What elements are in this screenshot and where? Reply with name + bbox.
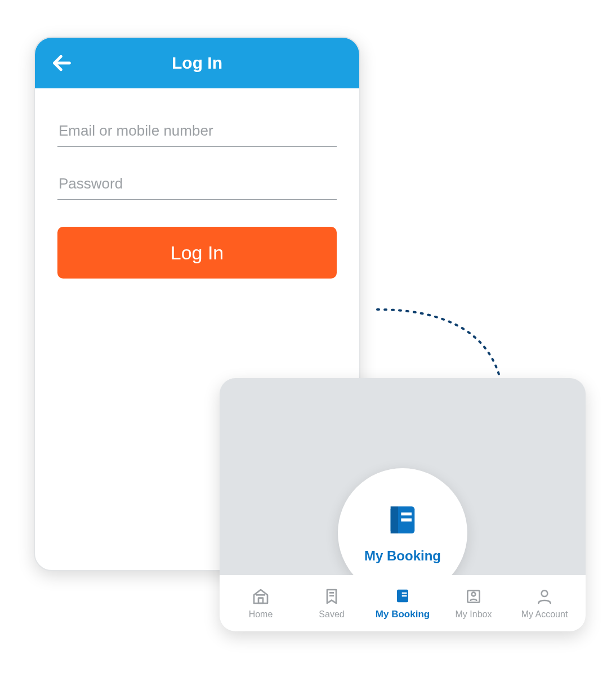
svg-rect-3 [391,506,398,533]
nav-label: My Inbox [456,609,492,620]
back-button[interactable] [48,50,75,77]
nav-item-saved[interactable]: Saved [301,587,363,620]
bookmark-icon [322,587,341,606]
arrow-left-icon [51,52,73,74]
nav-label: My Account [521,609,568,620]
svg-rect-9 [402,595,407,597]
nav-item-my-inbox[interactable]: My Inbox [443,587,505,620]
nav-item-my-booking[interactable]: My Booking [372,586,434,620]
password-field[interactable] [57,168,337,200]
booking-icon [393,586,412,605]
nav-item-home[interactable]: Home [230,587,292,620]
nav-preview-card: My Booking Home Saved [220,378,586,631]
email-field[interactable] [57,115,337,147]
home-icon [251,587,270,606]
svg-rect-5 [401,518,412,521]
nav-item-my-account[interactable]: My Account [514,587,575,620]
svg-rect-8 [402,593,407,594]
bottom-nav: Home Saved My Booking [220,575,586,631]
nav-label: Home [249,609,273,620]
nav-label: Saved [319,609,344,620]
svg-rect-4 [401,513,412,515]
booking-icon [385,502,421,540]
svg-point-11 [472,593,476,596]
user-icon [535,587,554,606]
nav-label: My Booking [376,609,430,620]
login-header: Log In [35,38,359,88]
svg-rect-6 [258,598,263,603]
svg-point-12 [542,590,548,596]
my-booking-highlight-label: My Booking [364,548,441,564]
inbox-icon [464,587,483,606]
login-body: Log In [35,88,359,279]
login-button[interactable]: Log In [57,227,337,279]
login-title: Log In [35,53,359,73]
